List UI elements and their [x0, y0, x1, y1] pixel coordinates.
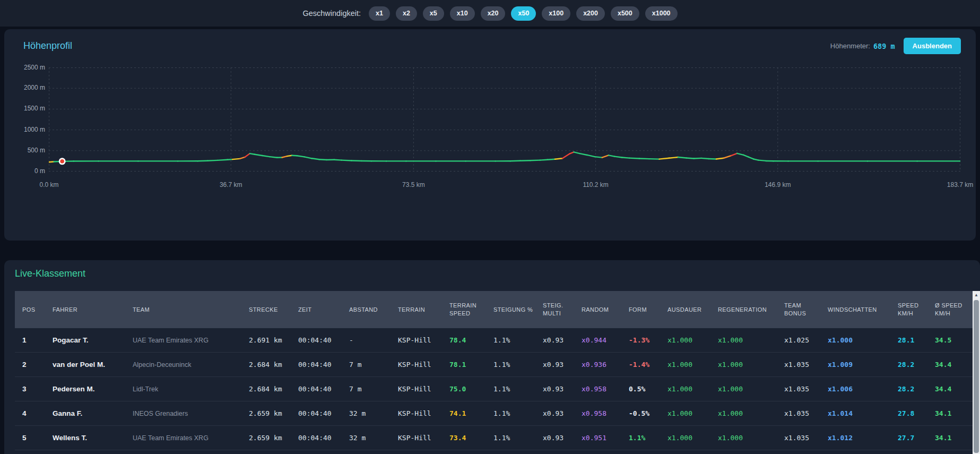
cell-form: -1.3% [629, 336, 667, 344]
speed-x2-button[interactable]: x2 [396, 6, 417, 21]
cell-abstand: 7 m [349, 361, 398, 369]
y-axis-label: 1500 m [4, 105, 45, 112]
cell-pos: 2 [22, 361, 53, 369]
cell-strecke: 2.684 km [249, 385, 298, 393]
cell-ausdauer: x1.000 [667, 361, 718, 369]
cell-random: x0.944 [582, 336, 629, 344]
y-axis-label: 0 m [4, 167, 45, 175]
column-header-steigung: STEIGUNG % [493, 306, 543, 314]
scrollbar-thumb[interactable] [974, 300, 979, 453]
speed-x500-button[interactable]: x500 [611, 6, 639, 21]
cell-terrain: KSP-Hill [398, 361, 449, 369]
cell-windschatten: x1.012 [828, 434, 898, 442]
ranking-table: POSFAHRERTEAMSTRECKEZEITABSTANDTERRAINTE… [15, 291, 973, 450]
table-row[interactable]: 1Pogacar T.UAE Team Emirates XRG2.691 km… [15, 328, 973, 353]
cell-team: INEOS Grenadiers [133, 410, 249, 417]
cell-steigung: 1.1% [493, 385, 543, 393]
speed-x1-button[interactable]: x1 [369, 6, 390, 21]
cell-random: x0.958 [582, 385, 629, 393]
cell-avg-speed-kmh: 34.4 [935, 361, 967, 369]
elevation-controls: Höhenmeter: 689 m Ausblenden [830, 38, 961, 54]
live-ranking-panel: Live-Klassement POSFAHRERTEAMSTRECKEZEIT… [4, 260, 980, 454]
cell-team-bonus: x1.035 [784, 385, 828, 393]
cell-pos: 4 [22, 409, 53, 417]
cell-abstand: 7 m [349, 385, 398, 393]
speed-x100-button[interactable]: x100 [542, 6, 570, 21]
cell-terrain: KSP-Hill [398, 336, 449, 344]
cell-windschatten: x1.014 [828, 409, 898, 417]
cell-terrain-speed: 73.4 [449, 434, 493, 442]
cell-strecke: 2.684 km [249, 361, 298, 369]
column-header-avg-speed-kmh: Ø SPEED KM/H [935, 302, 967, 318]
elevation-header: Höhenprofil Höhenmeter: 689 m Ausblenden [4, 29, 976, 54]
cell-zeit: 00:04:40 [298, 434, 349, 442]
table-row[interactable]: 5Wellens T.UAE Team Emirates XRG2.659 km… [15, 426, 973, 450]
column-header-steig-multi: STEIG. MULTI [543, 302, 582, 318]
speed-x5-button[interactable]: x5 [423, 6, 444, 21]
column-header-zeit: ZEIT [298, 306, 349, 314]
cell-team-bonus: x1.035 [784, 361, 828, 369]
cell-speed-kmh: 27.7 [898, 434, 935, 442]
speed-x50-button[interactable]: x50 [511, 6, 536, 21]
cell-steig-multi: x0.93 [543, 336, 582, 344]
cell-fahrer: Wellens T. [53, 434, 133, 442]
elevation-panel: Höhenprofil Höhenmeter: 689 m Ausblenden… [4, 29, 976, 241]
cell-terrain: KSP-Hill [398, 385, 449, 393]
column-header-random: RANDOM [582, 306, 629, 314]
speed-x200-button[interactable]: x200 [576, 6, 605, 21]
column-header-fahrer: FAHRER [53, 306, 133, 314]
x-axis-label: 110.2 km [572, 181, 620, 189]
cell-fahrer: Ganna F. [53, 409, 133, 417]
cell-terrain-speed: 78.4 [449, 336, 493, 344]
cell-form: 1.1% [629, 434, 667, 442]
cell-abstand: - [349, 336, 398, 344]
x-axis-label: 73.5 km [389, 181, 437, 189]
cell-zeit: 00:04:40 [298, 336, 349, 344]
cell-steig-multi: x0.93 [543, 409, 582, 417]
cell-zeit: 00:04:40 [298, 361, 349, 369]
speed-x1000-button[interactable]: x1000 [645, 6, 678, 21]
cell-steig-multi: x0.93 [543, 434, 582, 442]
live-ranking-title: Live-Klassement [4, 260, 980, 279]
cell-windschatten: x1.009 [828, 361, 898, 369]
cell-windschatten: x1.000 [828, 336, 898, 344]
cell-pos: 1 [22, 336, 53, 344]
cell-form: -1.4% [629, 361, 667, 369]
rider-position-marker [59, 158, 66, 165]
cell-windschatten: x1.006 [828, 385, 898, 393]
cell-random: x0.958 [582, 409, 629, 417]
cell-terrain-speed: 78.1 [449, 361, 493, 369]
speed-x10-button[interactable]: x10 [450, 6, 475, 21]
cell-zeit: 00:04:40 [298, 409, 349, 417]
cell-speed-kmh: 27.8 [898, 409, 935, 417]
cell-steig-multi: x0.93 [543, 361, 582, 369]
cell-team-bonus: x1.035 [784, 434, 828, 442]
column-header-ausdauer: AUSDAUER [667, 306, 718, 314]
cell-ausdauer: x1.000 [667, 434, 718, 442]
speed-x20-button[interactable]: x20 [481, 6, 506, 21]
cell-avg-speed-kmh: 34.1 [935, 434, 967, 442]
cell-terrain-speed: 74.1 [449, 409, 493, 417]
cell-form: 0.5% [629, 385, 667, 393]
table-row[interactable]: 3Pedersen M.Lidl-Trek2.684 km00:04:407 m… [15, 377, 973, 401]
cell-fahrer: van der Poel M. [53, 361, 133, 369]
cell-team: Lidl-Trek [133, 386, 249, 393]
cell-regeneration: x1.000 [718, 434, 784, 442]
table-scrollbar[interactable]: ▲ [973, 291, 980, 454]
cell-avg-speed-kmh: 34.5 [935, 336, 967, 344]
scroll-up-button[interactable]: ▲ [973, 291, 980, 299]
cell-pos: 3 [22, 385, 53, 393]
table-row[interactable]: 2van der Poel M.Alpecin-Deceuninck2.684 … [15, 353, 973, 377]
cell-team-bonus: x1.025 [784, 336, 828, 344]
x-axis-label: 183.7 km [936, 181, 980, 189]
cell-speed-kmh: 28.2 [898, 385, 935, 393]
cell-ausdauer: x1.000 [667, 385, 718, 393]
y-axis-label: 2000 m [4, 84, 45, 91]
cell-terrain: KSP-Hill [398, 409, 449, 417]
hide-button[interactable]: Ausblenden [904, 38, 961, 54]
table-row[interactable]: 4Ganna F.INEOS Grenadiers2.659 km00:04:4… [15, 401, 973, 426]
cell-strecke: 2.659 km [249, 409, 298, 417]
cell-avg-speed-kmh: 34.1 [935, 409, 967, 417]
cell-fahrer: Pogacar T. [53, 336, 133, 344]
cell-regeneration: x1.000 [718, 336, 784, 344]
